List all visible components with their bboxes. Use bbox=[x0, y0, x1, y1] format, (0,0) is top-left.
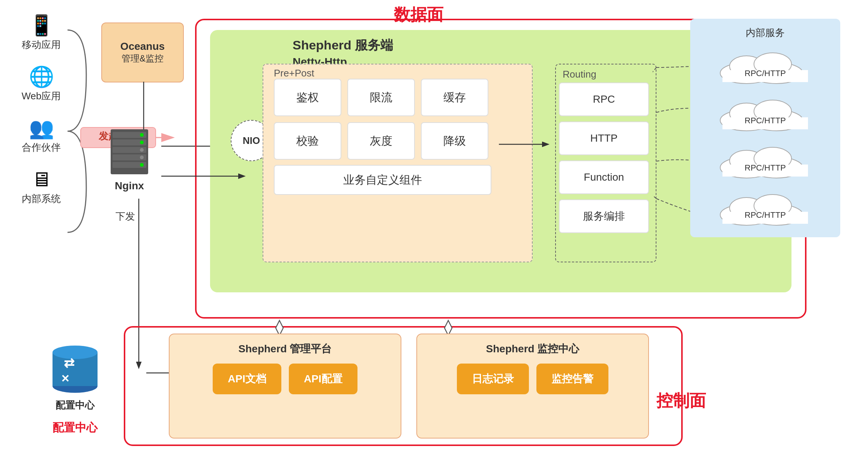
partner-label: 合作伙伴 bbox=[22, 141, 61, 154]
internal-services-title: 内部服务 bbox=[698, 26, 833, 39]
monitor-box: Shepherd 监控中心 日志记录 监控告警 bbox=[416, 334, 649, 439]
internal-system-icon: 🖥 bbox=[31, 169, 51, 189]
oceanus-title: Oceanus bbox=[120, 40, 165, 52]
partner-icon: 👥 bbox=[29, 118, 54, 138]
routing-label: Routing bbox=[563, 69, 596, 80]
svg-point-12 bbox=[140, 133, 144, 137]
config-center-red-label: 配置中心 bbox=[53, 420, 98, 436]
svg-point-13 bbox=[140, 141, 144, 144]
routing-function: Function bbox=[559, 160, 649, 194]
svg-point-14 bbox=[140, 148, 144, 152]
mgmt-buttons: API文档 API配置 bbox=[177, 364, 393, 394]
oceanus-subtitle: 管理&监控 bbox=[122, 52, 164, 64]
nginx-server-icon bbox=[109, 127, 150, 176]
routing-http: HTTP bbox=[559, 121, 649, 155]
cloud-shape-1: RPC/HTTP bbox=[716, 51, 814, 84]
cloud-4: RPC/HTTP bbox=[716, 192, 814, 226]
client-web: 🌐 Web应用 bbox=[22, 66, 61, 103]
business-row: 业务自定义组件 bbox=[274, 165, 491, 195]
client-partner: 👥 合作伙伴 bbox=[22, 118, 61, 154]
log-btn[interactable]: 日志记录 bbox=[457, 364, 529, 394]
filter-huancun: 缓存 bbox=[421, 79, 488, 116]
svg-point-54 bbox=[53, 346, 98, 359]
pre-post-label: Pre+Post bbox=[274, 67, 314, 79]
mobile-icon: 📱 bbox=[29, 15, 54, 35]
internal-system-label: 内部系统 bbox=[22, 192, 61, 205]
svg-text:RPC/HTTP: RPC/HTTP bbox=[745, 210, 786, 220]
filter-xianliu: 限流 bbox=[347, 79, 415, 116]
svg-text:✕: ✕ bbox=[61, 373, 69, 385]
diagram-container: 数据面 📱 移动应用 🌐 Web应用 👥 合作伙伴 🖥 内部系统 bbox=[0, 0, 868, 464]
filter-grid: 鉴权 限流 缓存 校验 灰度 降级 bbox=[274, 79, 488, 160]
config-center-section: ⇄ ✕ 配置中心 配置中心 bbox=[45, 330, 105, 436]
xia-fa-label: 下发 bbox=[116, 210, 135, 223]
svg-point-15 bbox=[140, 156, 144, 159]
api-config-btn[interactable]: API配置 bbox=[289, 364, 357, 394]
nginx-section: Nginx bbox=[109, 127, 150, 192]
cloud-shape-2: RPC/HTTP bbox=[716, 98, 814, 132]
cloud-shape-4: RPC/HTTP bbox=[716, 192, 814, 226]
routing-rpc: RPC bbox=[559, 82, 649, 116]
web-label: Web应用 bbox=[22, 90, 61, 103]
client-mobile: 📱 移动应用 bbox=[22, 15, 61, 51]
clients-column: 📱 移动应用 🌐 Web应用 👥 合作伙伴 🖥 内部系统 bbox=[11, 15, 71, 205]
cloud-1: RPC/HTTP bbox=[716, 51, 814, 84]
svg-point-16 bbox=[140, 163, 144, 167]
filter-jianquan: 鉴权 bbox=[274, 79, 341, 116]
svg-text:RPC/HTTP: RPC/HTTP bbox=[745, 163, 786, 172]
svg-text:RPC/HTTP: RPC/HTTP bbox=[745, 69, 786, 78]
routing-cells: RPC HTTP Function 服务编排 bbox=[559, 82, 649, 233]
config-center-text: 配置中心 bbox=[56, 399, 95, 412]
cloud-items: RPC/HTTP RPC/HTTP bbox=[698, 47, 833, 226]
mgmt-platform-title: Shepherd 管理平台 bbox=[177, 342, 393, 356]
filter-jiaoyan: 校验 bbox=[274, 122, 341, 160]
oceanus-box: Oceanus 管理&监控 bbox=[101, 22, 184, 82]
web-icon: 🌐 bbox=[29, 66, 54, 87]
svg-text:⇄: ⇄ bbox=[64, 356, 75, 370]
filter-jiangji: 降级 bbox=[421, 122, 488, 160]
monitor-center-title: Shepherd 监控中心 bbox=[425, 342, 641, 356]
cloud-3: RPC/HTTP bbox=[716, 145, 814, 179]
alert-btn[interactable]: 监控告警 bbox=[536, 364, 608, 394]
internal-services-panel: 内部服务 RPC/HTTP bbox=[690, 19, 840, 237]
client-internal-system: 🖥 内部系统 bbox=[22, 169, 61, 205]
nio-label: NIO bbox=[243, 135, 260, 147]
mgmt-platform-box: Shepherd 管理平台 API文档 API配置 bbox=[169, 334, 401, 439]
monitor-buttons: 日志记录 监控告警 bbox=[425, 364, 641, 394]
cloud-shape-3: RPC/HTTP bbox=[716, 145, 814, 179]
svg-text:RPC/HTTP: RPC/HTTP bbox=[745, 116, 786, 125]
api-docs-btn[interactable]: API文档 bbox=[213, 364, 281, 394]
config-db-icon: ⇄ ✕ bbox=[45, 330, 105, 394]
cloud-2: RPC/HTTP bbox=[716, 98, 814, 132]
filter-huidu: 灰度 bbox=[347, 122, 415, 160]
nginx-label: Nginx bbox=[115, 180, 144, 192]
mobile-label: 移动应用 bbox=[22, 38, 61, 51]
routing-service-orchestration: 服务编排 bbox=[559, 199, 649, 233]
control-plane-label: 控制面 bbox=[656, 390, 706, 412]
